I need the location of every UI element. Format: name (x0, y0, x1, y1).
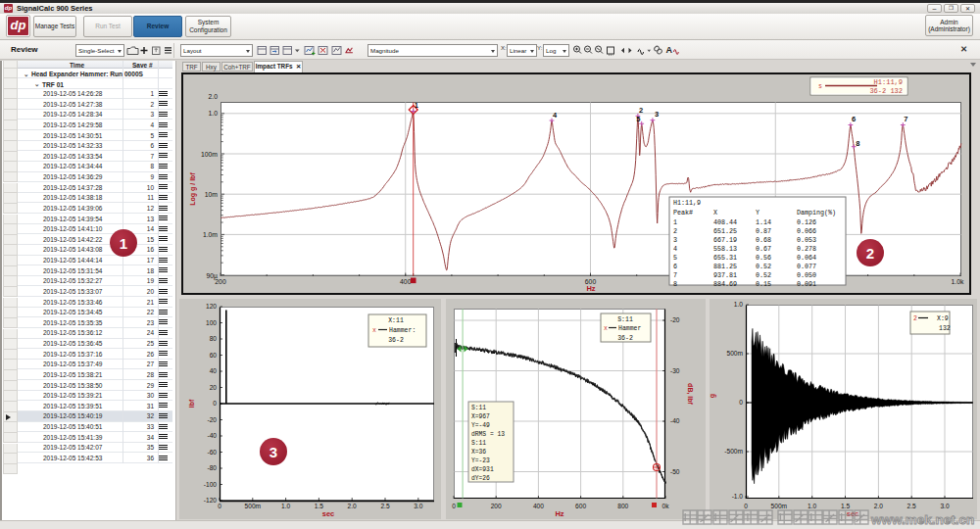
svg-text:7: 7 (673, 271, 677, 279)
svg-text:1.14: 1.14 (756, 218, 771, 226)
svg-text:Hammer: Hammer (618, 325, 642, 332)
svg-text:200: 200 (491, 503, 502, 509)
svg-text:40: 40 (210, 367, 218, 374)
svg-text:0: 0 (218, 503, 221, 509)
svg-text:8: 8 (856, 139, 859, 148)
svg-text:5: 5 (636, 115, 640, 123)
svg-text:408.44: 408.44 (713, 218, 737, 226)
svg-text:-1.0: -1.0 (732, 493, 744, 500)
svg-text:3: 3 (673, 236, 677, 244)
svg-text:0: 0 (739, 399, 743, 406)
svg-text:dY=26: dY=26 (471, 475, 490, 482)
svg-text:0.87: 0.87 (756, 227, 771, 235)
svg-text:2.0: 2.0 (348, 503, 357, 509)
svg-text:X: X (713, 209, 717, 216)
svg-text:Hammer:: Hammer: (389, 327, 416, 334)
svg-text:0: 0 (452, 503, 456, 509)
svg-text:dRMS = 13: dRMS = 13 (471, 431, 505, 438)
svg-text:36-2: 36-2 (617, 335, 633, 342)
svg-text:6: 6 (852, 115, 856, 123)
svg-text:Y: Y (756, 209, 760, 216)
svg-text:7: 7 (904, 115, 907, 123)
svg-text:-500m: -500m (724, 448, 743, 455)
svg-text:-100: -100 (204, 481, 218, 488)
svg-text:-80: -80 (207, 464, 217, 471)
svg-text:X=36: X=36 (471, 449, 486, 456)
svg-text:www.mek.net.cn: www.mek.net.cn (870, 512, 974, 527)
svg-text:1.0: 1.0 (209, 110, 219, 117)
svg-text:-60: -60 (207, 449, 217, 456)
svg-text:10m: 10m (205, 191, 219, 198)
svg-text:0.126: 0.126 (797, 218, 816, 226)
svg-text:Y=-23: Y=-23 (471, 457, 490, 464)
svg-text:0: 0 (213, 400, 217, 407)
svg-text:-120: -120 (204, 497, 218, 504)
svg-text:-40: -40 (670, 417, 680, 424)
svg-text:0.68: 0.68 (756, 236, 771, 244)
svg-text:4: 4 (673, 245, 677, 253)
svg-text:5: 5 (673, 254, 677, 262)
svg-text:1.0: 1.0 (808, 503, 816, 509)
svg-text:1.5: 1.5 (315, 503, 323, 509)
svg-text:500m: 500m (727, 350, 744, 357)
svg-text:2.5: 2.5 (907, 503, 916, 509)
svg-text:36-2 132: 36-2 132 (869, 87, 903, 95)
svg-text:132: 132 (939, 325, 951, 332)
svg-text:s: s (818, 83, 822, 90)
svg-text:Log g / lbf: Log g / lbf (189, 172, 197, 206)
svg-text:0.52: 0.52 (756, 271, 771, 279)
svg-text:2.5: 2.5 (380, 503, 389, 509)
svg-text:881.25: 881.25 (713, 263, 737, 270)
svg-text:4: 4 (553, 111, 558, 120)
svg-text:X:9: X:9 (937, 315, 949, 322)
svg-text:1: 1 (415, 101, 418, 110)
svg-text:3.0: 3.0 (414, 503, 422, 509)
svg-text:2.0: 2.0 (874, 503, 883, 509)
svg-text:20: 20 (210, 384, 218, 391)
svg-text:0.091: 0.091 (797, 280, 816, 288)
svg-text:2: 2 (673, 227, 677, 235)
svg-text:Peak#: Peak# (673, 209, 693, 216)
svg-text:H1:11,9: H1:11,9 (874, 78, 903, 86)
svg-text:1.5: 1.5 (841, 503, 850, 509)
svg-text:Damping(%): Damping(%) (797, 209, 836, 216)
svg-text:1: 1 (673, 218, 677, 226)
svg-text:x: x (372, 327, 376, 334)
svg-text:dX=931: dX=931 (471, 466, 494, 473)
svg-text:1.0: 1.0 (281, 503, 290, 509)
svg-text:-20: -20 (207, 416, 217, 423)
svg-text:600: 600 (575, 503, 586, 509)
svg-text:1.0: 1.0 (734, 301, 743, 308)
svg-text:-40: -40 (207, 432, 217, 439)
svg-text:sec: sec (322, 509, 335, 518)
svg-text:200: 200 (215, 278, 226, 285)
svg-text:-20: -20 (670, 316, 680, 323)
svg-text:6: 6 (673, 263, 677, 270)
svg-text:500m: 500m (771, 503, 788, 509)
svg-text:g: g (709, 394, 716, 398)
svg-text:500m: 500m (245, 503, 262, 509)
svg-text:0.67: 0.67 (756, 245, 771, 253)
svg-text:2: 2 (913, 315, 917, 322)
svg-text:558.13: 558.13 (713, 245, 737, 253)
svg-text:100m: 100m (201, 151, 218, 158)
svg-text:800: 800 (617, 503, 628, 509)
svg-text:0.077: 0.077 (797, 263, 816, 270)
svg-text:0k: 0k (662, 503, 670, 509)
svg-text:3: 3 (655, 110, 659, 119)
svg-text:Y=-49: Y=-49 (471, 422, 490, 429)
svg-text:0.066: 0.066 (797, 227, 816, 235)
svg-text:S:11: S:11 (471, 405, 486, 411)
svg-text:937.81: 937.81 (713, 271, 737, 279)
svg-text:8: 8 (673, 280, 677, 288)
svg-text:S:11: S:11 (617, 316, 633, 323)
svg-text:-50: -50 (670, 468, 680, 475)
svg-text:0: 0 (744, 503, 748, 509)
svg-text:2.0: 2.0 (209, 93, 219, 100)
svg-text:36-2: 36-2 (388, 337, 404, 344)
svg-text:400: 400 (533, 503, 544, 509)
svg-text:120: 120 (206, 303, 217, 310)
svg-text:60: 60 (210, 352, 218, 359)
svg-text:lbf: lbf (188, 399, 195, 408)
svg-text:H1:11,9: H1:11,9 (673, 199, 701, 207)
